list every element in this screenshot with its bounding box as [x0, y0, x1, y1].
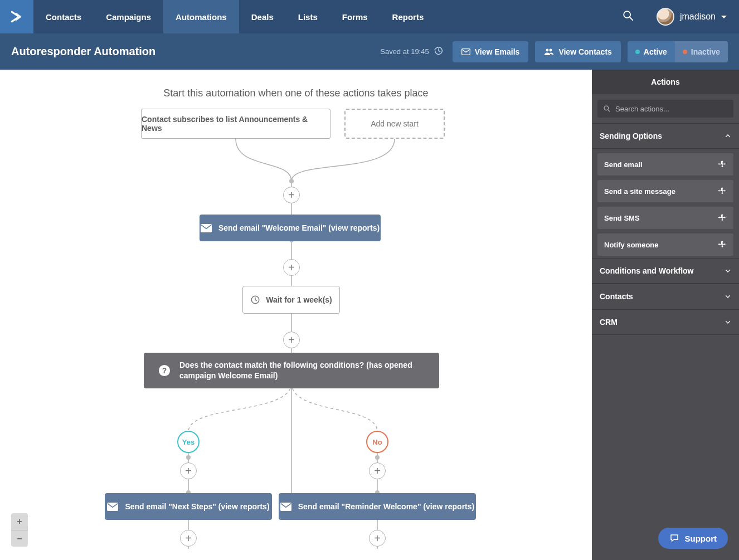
actions-sidebar: Actions Search actions... Sending Option…: [592, 70, 739, 560]
view-emails-label: View Emails: [475, 47, 520, 56]
start-prompt: Start this automation when one of these …: [0, 87, 592, 99]
email-icon: [107, 503, 118, 511]
add-step-button[interactable]: +: [283, 187, 300, 203]
zoom-in-button[interactable]: +: [11, 513, 28, 530]
action-send-sms[interactable]: Send SMS: [597, 207, 733, 229]
nav-forms[interactable]: Forms: [330, 0, 380, 33]
branch-yes[interactable]: Yes: [177, 431, 200, 453]
add-step-button[interactable]: +: [180, 462, 197, 479]
move-icon: [718, 160, 727, 169]
support-label: Support: [685, 534, 717, 543]
section-contacts[interactable]: Contacts: [592, 284, 739, 309]
svg-line-1: [630, 17, 633, 20]
user-menu[interactable]: jmadison: [644, 8, 739, 26]
action-label: Send a site message: [604, 187, 675, 196]
chevron-down-icon: [725, 267, 731, 274]
status-inactive-label: Inactive: [691, 47, 720, 56]
wait-label: Wait for 1 week(s): [266, 295, 332, 304]
nav-contacts[interactable]: Contacts: [33, 0, 94, 33]
section-label: Conditions and Workflow: [600, 266, 694, 275]
section-crm[interactable]: CRM: [592, 309, 739, 335]
action-send-email[interactable]: Send email: [597, 153, 733, 176]
email-icon: [201, 224, 212, 232]
chevron-up-icon: [725, 133, 731, 139]
chat-icon: [669, 533, 679, 543]
chevron-down-icon: [721, 16, 727, 18]
move-icon: [718, 187, 727, 196]
svg-line-15: [608, 110, 610, 112]
add-step-button[interactable]: +: [283, 259, 300, 276]
wait-node[interactable]: Wait for 1 week(s): [242, 286, 340, 314]
section-conditions-workflow[interactable]: Conditions and Workflow: [592, 258, 739, 284]
view-contacts-button[interactable]: View Contacts: [535, 41, 620, 62]
status-active-label: Active: [644, 47, 667, 56]
condition-node[interactable]: ? Does the contact match the following c…: [144, 353, 439, 388]
question-icon: ?: [158, 364, 171, 377]
send-email-node-no[interactable]: Send email "Reminder Welcome" (view repo…: [279, 493, 476, 520]
sub-header: Autoresponder Automation Saved at 19:45 …: [0, 33, 739, 70]
nav-lists[interactable]: Lists: [286, 0, 330, 33]
sending-options-items: Send email Send a site message Send SMS …: [592, 149, 739, 258]
svg-text:?: ?: [162, 367, 167, 375]
app-logo[interactable]: [0, 0, 33, 33]
email-icon: [280, 503, 291, 511]
history-icon[interactable]: [434, 46, 444, 57]
send-email-node[interactable]: Send email "Welcome Email" (view reports…: [200, 215, 381, 241]
add-step-button[interactable]: +: [369, 530, 386, 547]
active-dot-icon: [635, 50, 640, 54]
nav-reports[interactable]: Reports: [380, 0, 436, 33]
status-inactive[interactable]: Inactive: [675, 41, 728, 62]
section-label: Contacts: [600, 292, 633, 301]
search-icon: [603, 105, 611, 113]
svg-point-3: [546, 48, 549, 51]
action-notify-someone[interactable]: Notify someone: [597, 233, 733, 256]
view-contacts-label: View Contacts: [558, 47, 611, 56]
search-icon[interactable]: [612, 9, 644, 24]
nav-tabs: Contacts Campaigns Automations Deals Lis…: [33, 0, 436, 33]
add-start-node[interactable]: Add new start: [344, 109, 445, 139]
chevron-down-icon: [725, 293, 731, 300]
avatar: [657, 8, 674, 26]
add-step-button[interactable]: +: [283, 332, 300, 348]
condition-label: Does the contact match the following con…: [179, 360, 419, 381]
chevron-down-icon: [725, 319, 731, 325]
connector-dot: [375, 455, 380, 460]
branch-no[interactable]: No: [366, 431, 388, 453]
send-email-label: Send email "Welcome Email" (view reports…: [218, 223, 380, 232]
send-email-no-label: Send email "Reminder Welcome" (view repo…: [298, 502, 474, 511]
username: jmadison: [680, 12, 716, 22]
nav-automations[interactable]: Automations: [163, 0, 239, 33]
trigger-node[interactable]: Contact subscribes to list Announcements…: [141, 109, 330, 139]
saved-text: Saved at 19:45: [380, 47, 429, 56]
status-toggle[interactable]: Active Inactive: [628, 41, 728, 62]
zoom-controls: + −: [11, 513, 28, 547]
add-step-button[interactable]: +: [369, 462, 386, 479]
saved-indicator: Saved at 19:45: [380, 46, 443, 57]
svg-point-4: [550, 48, 552, 51]
move-icon: [718, 213, 727, 222]
connector-dot: [186, 455, 191, 460]
view-emails-button[interactable]: View Emails: [453, 41, 529, 62]
sidebar-title: Actions: [592, 70, 739, 94]
page-title: Autoresponder Automation: [11, 45, 373, 58]
action-label: Send email: [604, 160, 643, 169]
add-step-button[interactable]: +: [180, 530, 197, 547]
move-icon: [718, 240, 727, 249]
search-actions-input[interactable]: Search actions...: [597, 100, 733, 118]
support-button[interactable]: Support: [658, 528, 728, 549]
section-sending-options[interactable]: Sending Options: [592, 123, 739, 149]
connector-dot: [289, 179, 294, 183]
action-label: Notify someone: [604, 241, 659, 249]
svg-point-0: [624, 11, 630, 18]
top-nav: Contacts Campaigns Automations Deals Lis…: [0, 0, 739, 33]
status-active[interactable]: Active: [628, 41, 675, 62]
search-placeholder: Search actions...: [615, 105, 669, 113]
zoom-out-button[interactable]: −: [11, 530, 28, 547]
action-send-site-message[interactable]: Send a site message: [597, 180, 733, 202]
nav-campaigns[interactable]: Campaigns: [94, 0, 163, 33]
section-label: Sending Options: [600, 132, 662, 140]
automation-canvas[interactable]: Start this automation when one of these …: [0, 70, 592, 560]
sidebar-search: Search actions...: [592, 94, 739, 123]
nav-deals[interactable]: Deals: [239, 0, 286, 33]
send-email-node-yes[interactable]: Send email "Next Steps" (view reports): [105, 493, 272, 520]
